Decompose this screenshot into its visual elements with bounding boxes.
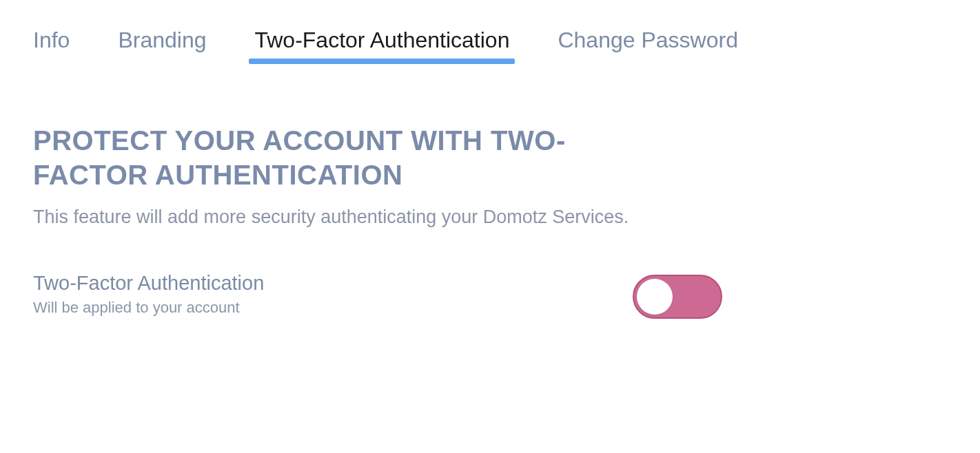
section-title: PROTECT YOUR ACCOUNT WITH TWO-FACTOR AUT…	[33, 123, 653, 192]
setting-text: Two-Factor Authentication Will be applie…	[33, 272, 633, 317]
two-factor-setting-row: Two-Factor Authentication Will be applie…	[33, 272, 722, 319]
tab-info[interactable]: Info	[33, 28, 70, 61]
setting-sublabel: Will be applied to your account	[33, 299, 633, 317]
tab-change-password[interactable]: Change Password	[558, 28, 737, 61]
tabs-bar: Info Branding Two-Factor Authentication …	[33, 28, 947, 61]
tab-branding[interactable]: Branding	[118, 28, 206, 61]
section-description: This feature will add more security auth…	[33, 204, 640, 231]
two-factor-toggle[interactable]	[633, 275, 722, 319]
tab-two-factor-authentication[interactable]: Two-Factor Authentication	[254, 28, 509, 61]
setting-label: Two-Factor Authentication	[33, 272, 633, 295]
toggle-knob	[637, 279, 673, 315]
